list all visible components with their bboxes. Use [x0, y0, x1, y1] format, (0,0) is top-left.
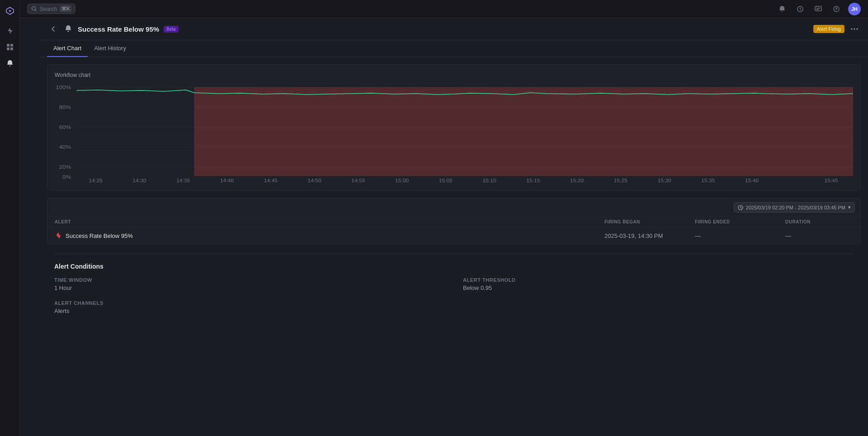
topbar-icons: JH: [776, 3, 861, 15]
sidebar-item-alerts[interactable]: [3, 56, 17, 71]
content-area: Workflow chart 100% 80% 60% 40% 20% 0%: [40, 57, 868, 436]
alert-bell-icon: [64, 24, 73, 33]
time-window-item: Time Window 1 Hour: [54, 277, 445, 291]
header-right: Alert Firing: [813, 23, 861, 35]
notifications-icon[interactable]: [776, 3, 788, 15]
alert-threshold-item: Alert Threshold Below 0.95: [463, 277, 854, 291]
svg-point-14: [857, 28, 858, 30]
svg-text:15:15: 15:15: [526, 178, 540, 183]
table-header-row: 2025/03/19 02:20 PM - 2025/03/19 03:45 P…: [47, 199, 860, 217]
svg-point-1: [9, 10, 11, 12]
time-window-value: 1 Hour: [54, 284, 445, 291]
svg-rect-5: [10, 47, 13, 50]
alert-conditions-section: Alert Conditions Time Window 1 Hour Aler…: [47, 244, 861, 323]
svg-rect-4: [7, 47, 9, 50]
col-duration: DURATION: [785, 219, 853, 224]
tabs: Alert Chart Alert History: [40, 40, 868, 57]
alert-threshold-value: Below 0.95: [463, 284, 854, 291]
alert-threshold-label: Alert Threshold: [463, 277, 854, 283]
conditions-title: Alert Conditions: [54, 263, 854, 270]
table-columns: ALERT FIRING BEGAN FIRING ENDED DURATION: [47, 217, 860, 227]
alert-status-badge: Alert Firing: [813, 25, 844, 33]
svg-text:14:40: 14:40: [220, 178, 234, 183]
svg-rect-9: [815, 6, 821, 11]
alert-firing-ended: —: [695, 232, 785, 239]
beta-badge: Beta: [164, 26, 179, 33]
avatar[interactable]: JH: [848, 3, 861, 15]
col-firing-began: FIRING BEGAN: [604, 219, 695, 224]
alert-duration: —: [785, 232, 853, 239]
date-range-picker[interactable]: 2025/03/19 02:20 PM - 2025/03/19 03:45 P…: [734, 202, 855, 213]
svg-rect-26: [194, 87, 853, 176]
sidebar-item-grid[interactable]: [3, 40, 17, 54]
svg-text:20%: 20%: [59, 164, 71, 170]
chart-svg: 100% 80% 60% 40% 20% 0%: [55, 84, 853, 183]
svg-text:40%: 40%: [59, 144, 71, 150]
main-content: Success Rate Below 95% Beta Alert Firing…: [40, 18, 868, 436]
page-header: Success Rate Below 95% Beta Alert Firing: [40, 18, 868, 40]
alert-row-name: Success Rate Below 95%: [66, 232, 133, 239]
time-window-label: Time Window: [54, 277, 445, 283]
sidebar: [0, 0, 20, 436]
svg-text:15:10: 15:10: [483, 178, 496, 183]
alert-fire-icon: [55, 232, 62, 239]
svg-text:14:35: 14:35: [176, 178, 190, 183]
date-range-chevron: ▾: [848, 204, 851, 210]
svg-text:100%: 100%: [56, 85, 71, 90]
svg-point-11: [836, 10, 837, 11]
svg-text:15:20: 15:20: [570, 178, 584, 183]
alert-firing-began: 2025-03-19, 14:30 PM: [604, 232, 695, 239]
svg-rect-3: [10, 44, 13, 47]
svg-text:15:45: 15:45: [825, 178, 838, 183]
topbar: Search ⌘K JH: [20, 0, 868, 18]
more-options-button[interactable]: [848, 23, 861, 35]
divider: [54, 253, 854, 254]
svg-text:80%: 80%: [59, 104, 71, 110]
svg-text:0%: 0%: [62, 174, 71, 180]
clock-icon[interactable]: [794, 3, 807, 15]
svg-text:15:25: 15:25: [614, 178, 627, 183]
search-kbd: ⌘K: [60, 5, 71, 12]
sidebar-logo[interactable]: [3, 4, 17, 18]
svg-point-13: [854, 28, 855, 30]
svg-text:14:45: 14:45: [264, 178, 278, 183]
col-firing-ended: FIRING ENDED: [695, 219, 785, 224]
svg-text:14:55: 14:55: [351, 178, 365, 183]
back-button[interactable]: [47, 23, 60, 35]
svg-text:14:25: 14:25: [89, 178, 103, 183]
alert-channels-label: Alert Channels: [54, 300, 445, 306]
svg-point-12: [851, 28, 853, 30]
tab-alert-history[interactable]: Alert History: [88, 40, 132, 57]
alert-table: 2025/03/19 02:20 PM - 2025/03/19 03:45 P…: [47, 198, 861, 244]
alert-channels-value: Alerts: [54, 308, 445, 314]
date-range-value: 2025/03/19 02:20 PM - 2025/03/19 03:45 P…: [746, 205, 845, 210]
conditions-grid: Time Window 1 Hour Alert Threshold Below…: [54, 277, 854, 314]
chart-card: Workflow chart 100% 80% 60% 40% 20% 0%: [47, 64, 861, 191]
svg-line-7: [35, 10, 37, 11]
help-icon[interactable]: [830, 3, 843, 15]
alert-channels-item: Alert Channels Alerts: [54, 300, 445, 314]
col-alert: ALERT: [55, 219, 604, 224]
svg-text:14:30: 14:30: [132, 178, 146, 183]
tab-alert-chart[interactable]: Alert Chart: [47, 40, 88, 57]
search-box[interactable]: Search ⌘K: [27, 4, 75, 14]
alert-name-cell: Success Rate Below 95%: [55, 232, 604, 239]
svg-text:15:40: 15:40: [745, 178, 759, 183]
clock-small-icon: [738, 205, 743, 210]
chart-container: 100% 80% 60% 40% 20% 0%: [55, 84, 853, 183]
messages-icon[interactable]: [812, 3, 825, 15]
search-label: Search: [40, 6, 57, 12]
sidebar-item-flash[interactable]: [3, 24, 17, 38]
svg-text:60%: 60%: [59, 124, 71, 130]
svg-text:15:30: 15:30: [658, 178, 671, 183]
svg-rect-2: [7, 44, 9, 47]
chart-title: Workflow chart: [55, 72, 853, 78]
svg-text:15:05: 15:05: [439, 178, 453, 183]
table-row: Success Rate Below 95% 2025-03-19, 14:30…: [47, 227, 860, 244]
search-icon: [31, 6, 37, 12]
svg-text:14:50: 14:50: [307, 178, 321, 183]
svg-text:15:35: 15:35: [701, 178, 715, 183]
page-title: Success Rate Below 95%: [78, 25, 159, 33]
svg-text:15:00: 15:00: [395, 178, 409, 183]
